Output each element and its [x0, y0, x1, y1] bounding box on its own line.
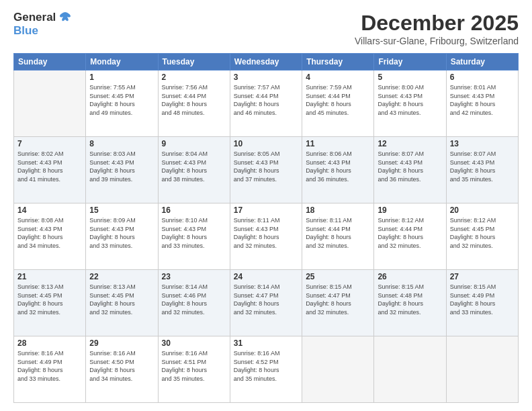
day-info: Sunrise: 8:16 AM Sunset: 4:50 PM Dayligh…	[89, 349, 154, 383]
table-row: 24Sunrise: 8:14 AM Sunset: 4:47 PM Dayli…	[230, 270, 302, 336]
table-row: 1Sunrise: 7:55 AM Sunset: 4:45 PM Daylig…	[86, 71, 158, 137]
calendar-table: Sunday Monday Tuesday Wednesday Thursday…	[13, 53, 519, 403]
day-number: 7	[17, 139, 82, 148]
day-info: Sunrise: 8:07 AM Sunset: 4:43 PM Dayligh…	[450, 150, 515, 183]
table-row: 28Sunrise: 8:16 AM Sunset: 4:49 PM Dayli…	[14, 336, 86, 403]
table-row: 3Sunrise: 7:57 AM Sunset: 4:44 PM Daylig…	[230, 71, 302, 137]
table-row: 26Sunrise: 8:15 AM Sunset: 4:48 PM Dayli…	[374, 270, 446, 336]
table-row: 4Sunrise: 7:59 AM Sunset: 4:44 PM Daylig…	[302, 71, 374, 137]
day-number: 13	[450, 139, 515, 148]
day-info: Sunrise: 8:13 AM Sunset: 4:45 PM Dayligh…	[89, 283, 154, 316]
day-number: 6	[450, 73, 515, 82]
table-row: 29Sunrise: 8:16 AM Sunset: 4:50 PM Dayli…	[86, 336, 158, 403]
col-tuesday: Tuesday	[158, 54, 230, 71]
day-number: 23	[162, 272, 226, 281]
day-info: Sunrise: 8:09 AM Sunset: 4:43 PM Dayligh…	[89, 216, 154, 250]
day-info: Sunrise: 8:12 AM Sunset: 4:45 PM Dayligh…	[450, 216, 515, 250]
day-number: 17	[234, 205, 298, 215]
table-row: 7Sunrise: 8:02 AM Sunset: 4:43 PM Daylig…	[14, 137, 86, 203]
table-row: 8Sunrise: 8:03 AM Sunset: 4:43 PM Daylig…	[86, 137, 158, 203]
logo-general: General	[13, 11, 56, 24]
col-thursday: Thursday	[302, 54, 374, 71]
col-wednesday: Wednesday	[230, 54, 302, 71]
table-row: 9Sunrise: 8:04 AM Sunset: 4:43 PM Daylig…	[158, 137, 230, 203]
day-info: Sunrise: 8:11 AM Sunset: 4:44 PM Dayligh…	[306, 216, 370, 250]
day-info: Sunrise: 8:14 AM Sunset: 4:46 PM Dayligh…	[162, 283, 226, 316]
day-number: 8	[89, 139, 154, 148]
day-number: 15	[89, 205, 154, 215]
month-year-title: December 2025	[355, 11, 519, 36]
day-number: 22	[89, 272, 154, 281]
table-row	[302, 336, 374, 403]
calendar-week-row: 1Sunrise: 7:55 AM Sunset: 4:45 PM Daylig…	[14, 71, 519, 137]
table-row: 17Sunrise: 8:11 AM Sunset: 4:43 PM Dayli…	[230, 203, 302, 270]
table-row: 31Sunrise: 8:16 AM Sunset: 4:52 PM Dayli…	[230, 336, 302, 403]
table-row: 10Sunrise: 8:05 AM Sunset: 4:43 PM Dayli…	[230, 137, 302, 203]
day-number: 19	[378, 205, 442, 215]
table-row: 19Sunrise: 8:12 AM Sunset: 4:44 PM Dayli…	[374, 203, 446, 270]
day-number: 31	[234, 338, 298, 348]
table-row: 18Sunrise: 8:11 AM Sunset: 4:44 PM Dayli…	[302, 203, 374, 270]
day-number: 21	[17, 272, 82, 281]
day-info: Sunrise: 8:13 AM Sunset: 4:45 PM Dayligh…	[17, 283, 82, 316]
day-number: 20	[450, 205, 515, 215]
day-number: 9	[162, 139, 226, 148]
day-number: 4	[306, 73, 370, 82]
table-row: 25Sunrise: 8:15 AM Sunset: 4:47 PM Dayli…	[302, 270, 374, 336]
table-row: 12Sunrise: 8:07 AM Sunset: 4:43 PM Dayli…	[374, 137, 446, 203]
day-number: 10	[234, 139, 298, 148]
day-info: Sunrise: 8:05 AM Sunset: 4:43 PM Dayligh…	[234, 150, 298, 183]
day-info: Sunrise: 8:11 AM Sunset: 4:43 PM Dayligh…	[234, 216, 298, 250]
day-info: Sunrise: 8:15 AM Sunset: 4:47 PM Dayligh…	[306, 283, 370, 316]
logo-bird-icon	[58, 11, 72, 24]
table-row: 27Sunrise: 8:15 AM Sunset: 4:49 PM Dayli…	[446, 270, 518, 336]
calendar-header-row: Sunday Monday Tuesday Wednesday Thursday…	[14, 54, 519, 71]
table-row	[374, 336, 446, 403]
calendar-week-row: 28Sunrise: 8:16 AM Sunset: 4:49 PM Dayli…	[14, 336, 519, 403]
day-number: 14	[17, 205, 82, 215]
day-info: Sunrise: 7:57 AM Sunset: 4:44 PM Dayligh…	[234, 83, 298, 117]
day-info: Sunrise: 8:08 AM Sunset: 4:43 PM Dayligh…	[17, 216, 82, 250]
day-info: Sunrise: 8:14 AM Sunset: 4:47 PM Dayligh…	[234, 283, 298, 316]
table-row: 6Sunrise: 8:01 AM Sunset: 4:43 PM Daylig…	[446, 71, 518, 137]
day-info: Sunrise: 8:10 AM Sunset: 4:43 PM Dayligh…	[162, 216, 226, 250]
table-row: 22Sunrise: 8:13 AM Sunset: 4:45 PM Dayli…	[86, 270, 158, 336]
col-friday: Friday	[374, 54, 446, 71]
day-info: Sunrise: 8:15 AM Sunset: 4:49 PM Dayligh…	[450, 283, 515, 316]
day-info: Sunrise: 8:01 AM Sunset: 4:43 PM Dayligh…	[450, 83, 515, 117]
table-row: 2Sunrise: 7:56 AM Sunset: 4:44 PM Daylig…	[158, 71, 230, 137]
day-info: Sunrise: 8:02 AM Sunset: 4:43 PM Dayligh…	[17, 150, 82, 183]
day-number: 29	[89, 338, 154, 348]
day-number: 11	[306, 139, 370, 148]
day-info: Sunrise: 8:03 AM Sunset: 4:43 PM Dayligh…	[89, 150, 154, 183]
day-number: 26	[378, 272, 442, 281]
table-row: 14Sunrise: 8:08 AM Sunset: 4:43 PM Dayli…	[14, 203, 86, 270]
day-number: 24	[234, 272, 298, 281]
day-info: Sunrise: 8:06 AM Sunset: 4:43 PM Dayligh…	[306, 150, 370, 183]
logo: General Blue	[13, 11, 72, 38]
day-number: 25	[306, 272, 370, 281]
col-monday: Monday	[86, 54, 158, 71]
calendar-week-row: 7Sunrise: 8:02 AM Sunset: 4:43 PM Daylig…	[14, 137, 519, 203]
table-row	[446, 336, 518, 403]
day-number: 27	[450, 272, 515, 281]
day-info: Sunrise: 7:59 AM Sunset: 4:44 PM Dayligh…	[306, 83, 370, 117]
header: General Blue December 2025 Villars-sur-G…	[13, 11, 519, 46]
day-number: 2	[162, 73, 226, 82]
day-number: 3	[234, 73, 298, 82]
table-row: 11Sunrise: 8:06 AM Sunset: 4:43 PM Dayli…	[302, 137, 374, 203]
table-row: 15Sunrise: 8:09 AM Sunset: 4:43 PM Dayli…	[86, 203, 158, 270]
table-row	[14, 71, 86, 137]
col-sunday: Sunday	[14, 54, 86, 71]
title-block: December 2025 Villars-sur-Glane, Fribour…	[355, 11, 519, 46]
day-number: 5	[378, 73, 442, 82]
day-number: 18	[306, 205, 370, 215]
table-row: 21Sunrise: 8:13 AM Sunset: 4:45 PM Dayli…	[14, 270, 86, 336]
day-number: 1	[89, 73, 154, 82]
day-info: Sunrise: 8:16 AM Sunset: 4:52 PM Dayligh…	[234, 349, 298, 383]
day-info: Sunrise: 8:07 AM Sunset: 4:43 PM Dayligh…	[378, 150, 442, 183]
table-row: 23Sunrise: 8:14 AM Sunset: 4:46 PM Dayli…	[158, 270, 230, 336]
table-row: 16Sunrise: 8:10 AM Sunset: 4:43 PM Dayli…	[158, 203, 230, 270]
day-info: Sunrise: 7:55 AM Sunset: 4:45 PM Dayligh…	[89, 83, 154, 117]
table-row: 5Sunrise: 8:00 AM Sunset: 4:43 PM Daylig…	[374, 71, 446, 137]
